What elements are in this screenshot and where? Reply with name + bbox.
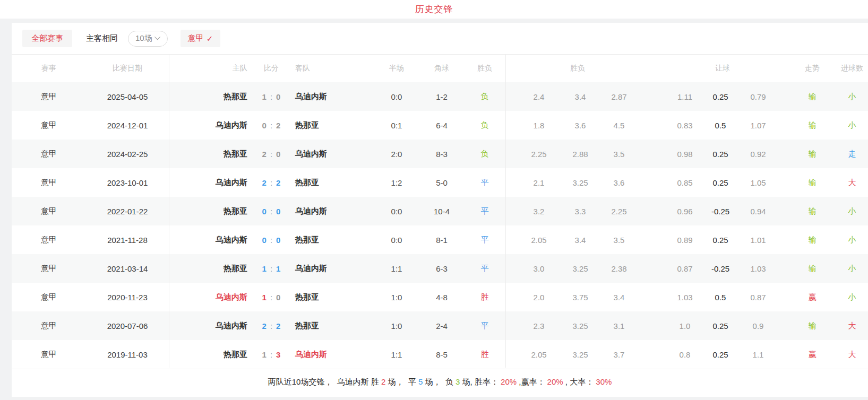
cell-handicap-line: 0.5 [712, 293, 729, 302]
cell-date: 2020-07-06 [86, 321, 169, 331]
filter-league-button[interactable]: 意甲 ✓ [181, 30, 221, 47]
cell-goals: 小 [837, 264, 867, 274]
league-label: 意甲 [188, 33, 204, 44]
cell-corners: 2-4 [419, 321, 464, 331]
away-team: 热那亚 [295, 178, 374, 188]
table-row: 意甲2025-04-05热那亚1:0乌迪内斯0:01-2负2.43.42.871… [12, 82, 868, 111]
cell-handicap-away: 1.05 [729, 178, 787, 187]
cell-odds-draw: 3.25 [566, 178, 595, 187]
cell-result: 平 [464, 178, 505, 188]
cell-date: 2021-03-14 [86, 264, 169, 273]
cell-odds-away: 3.4 [595, 293, 643, 302]
cell-league: 意甲 [12, 292, 86, 302]
cell-half-score: 0:0 [374, 236, 419, 245]
header-trend: 走势 [787, 64, 837, 73]
cell-handicap-away: 0.92 [729, 150, 787, 159]
cell-score: 1:1 [247, 264, 295, 273]
cell-odds-away: 2.38 [595, 264, 643, 273]
cell-result: 负 [464, 149, 505, 159]
cell-half-score: 0:0 [374, 92, 419, 101]
cell-goals: 大 [837, 178, 867, 188]
cell-handicap-line: 0.25 [712, 150, 729, 159]
cell-result: 胜 [464, 292, 505, 302]
summary-segment: 2 [381, 377, 385, 397]
away-team: 热那亚 [295, 292, 374, 302]
cell-corners: 8-5 [419, 350, 464, 359]
cell-corners: 5-0 [419, 178, 464, 187]
cell-handicap-home: 1.0 [658, 321, 712, 331]
table-row: 意甲2023-10-01乌迪内斯2:2热那亚1:25-0平2.13.253.60… [12, 168, 868, 197]
cell-odds-home: 2.3 [512, 321, 566, 331]
away-team: 乌迪内斯 [295, 149, 374, 159]
away-team: 热那亚 [295, 120, 374, 131]
cell-date: 2023-10-01 [86, 178, 169, 187]
cell-date: 2024-02-25 [86, 150, 169, 159]
table-body: 意甲2025-04-05热那亚1:0乌迪内斯0:01-2负2.43.42.871… [12, 82, 868, 369]
cell-handicap-away: 0.87 [729, 293, 787, 302]
cell-odds-home: 2.25 [512, 150, 566, 159]
cell-date: 2025-04-05 [86, 92, 169, 101]
cell-corners: 1-2 [419, 92, 464, 101]
match-count-dropdown[interactable]: 10场 [128, 31, 168, 47]
summary-segment: ,赢率： [517, 377, 547, 397]
cell-odds-away: 2.87 [595, 92, 643, 101]
check-icon: ✓ [207, 34, 213, 44]
cell-corners: 8-3 [419, 150, 464, 159]
cell-handicap-home: 0.8 [658, 350, 712, 359]
cell-score: 0:0 [247, 236, 295, 245]
cell-league: 意甲 [12, 264, 86, 274]
cell-odds-away: 3.6 [595, 178, 643, 187]
header-odds-group: 胜负 [512, 64, 643, 73]
cell-corners: 10-4 [419, 207, 464, 216]
home-team: 乌迪内斯 [169, 120, 247, 131]
home-team: 热那亚 [169, 264, 247, 274]
cell-handicap-away: 0.79 [729, 92, 787, 101]
cell-league: 意甲 [12, 321, 86, 331]
cell-half-score: 1:1 [374, 350, 419, 359]
cell-half-score: 0:1 [374, 121, 419, 130]
cell-trend: 输 [787, 178, 837, 188]
filter-bar: 全部赛事 主客相同 10场 意甲 ✓ [12, 23, 868, 55]
cell-score: 0:0 [247, 207, 295, 216]
cell-odds-home: 1.8 [512, 121, 566, 130]
cell-odds-home: 2.05 [512, 236, 566, 245]
cell-handicap-line: 0.25 [712, 321, 729, 331]
cell-league: 意甲 [12, 92, 86, 102]
cell-league: 意甲 [12, 178, 86, 188]
away-team: 乌迪内斯 [295, 206, 374, 216]
away-team: 乌迪内斯 [295, 92, 374, 102]
cell-odds-draw: 3.25 [566, 350, 595, 359]
cell-result: 平 [464, 264, 505, 274]
cell-trend: 赢 [787, 292, 837, 302]
cell-goals: 走 [837, 149, 867, 159]
cell-handicap-away: 1.01 [729, 236, 787, 245]
cell-half-score: 1:0 [374, 293, 419, 302]
cell-half-score: 1:2 [374, 178, 419, 187]
filter-same-venue-button[interactable]: 主客相同 [86, 33, 118, 44]
cell-handicap-home: 0.96 [658, 207, 712, 216]
cell-odds-away: 4.5 [595, 121, 643, 130]
cell-goals: 小 [837, 235, 867, 245]
table-row: 意甲2024-12-01乌迪内斯0:2热那亚0:16-4负1.83.64.50.… [12, 111, 868, 140]
cell-trend: 输 [787, 120, 837, 131]
summary-segment: 20% [547, 377, 563, 397]
cell-handicap-away: 0.94 [729, 207, 787, 216]
cell-handicap-line: 0.5 [712, 121, 729, 130]
cell-handicap-away: 1.1 [729, 350, 787, 359]
cell-odds-away: 3.7 [595, 350, 643, 359]
table-row: 意甲2019-11-03热那亚1:3乌迪内斯1:18-5胜2.053.253.7… [12, 340, 868, 369]
filter-all-matches-button[interactable]: 全部赛事 [22, 30, 72, 47]
cell-trend: 输 [787, 264, 837, 274]
cell-date: 2019-11-03 [86, 350, 169, 359]
cell-goals: 大 [837, 321, 867, 331]
cell-odds-draw: 2.88 [566, 150, 595, 159]
table-header-row: 赛事 比赛日期 主队 比分 客队 半场 角球 胜负 胜负 让球 走势 进球数 [12, 55, 868, 82]
home-team: 乌迪内斯 [169, 235, 247, 245]
header-score: 比分 [247, 64, 295, 73]
cell-result: 平 [464, 235, 505, 245]
cell-odds-away: 3.5 [595, 236, 643, 245]
header-corner: 角球 [419, 64, 464, 73]
header-date: 比赛日期 [86, 64, 169, 73]
summary-segment: 3 [456, 377, 460, 397]
cell-score: 2:2 [247, 321, 295, 331]
